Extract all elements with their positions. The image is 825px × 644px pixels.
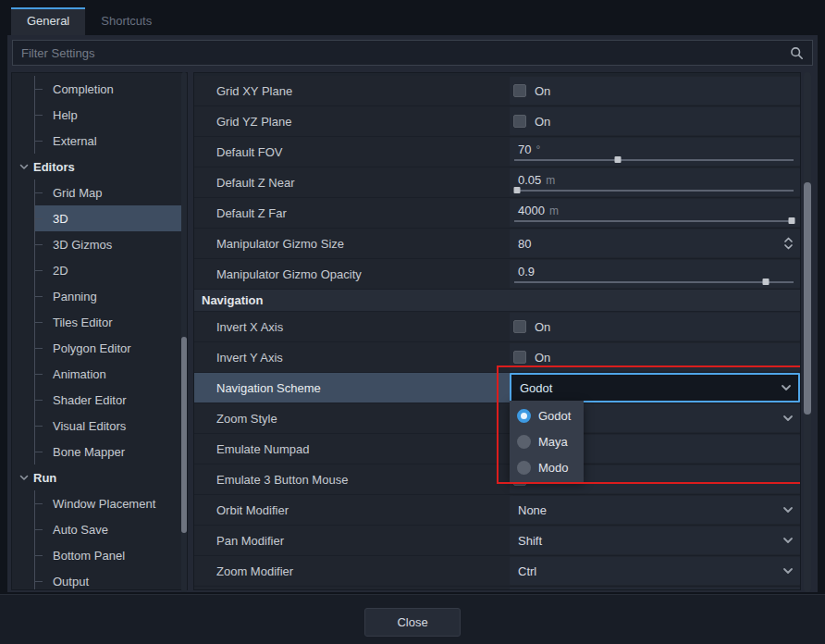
content-scrollbar-thumb[interactable] xyxy=(804,182,811,415)
checkbox-field[interactable]: On xyxy=(510,343,800,371)
setting-row: Emulate 3 Button Mouse On xyxy=(194,464,800,495)
tree-item[interactable]: Help xyxy=(35,102,187,128)
slider-track[interactable] xyxy=(514,159,794,161)
tree-item[interactable]: 3D xyxy=(35,205,187,231)
setting-row: Grid XY Plane On xyxy=(194,76,800,106)
tree-item-label: Help xyxy=(53,108,78,122)
checkbox-label: On xyxy=(535,84,550,98)
filter-settings-input[interactable] xyxy=(13,46,790,60)
close-button[interactable]: Close xyxy=(364,608,461,637)
dropdown-field[interactable]: Shift xyxy=(510,526,800,554)
tree-item[interactable]: Tiles Editor xyxy=(35,309,187,335)
tree-item[interactable]: External xyxy=(35,128,187,154)
dropdown-value: None xyxy=(518,503,547,517)
checkbox[interactable] xyxy=(513,84,526,97)
dropdown-field[interactable]: Godot xyxy=(510,373,800,402)
tree-item[interactable]: Bone Mapper xyxy=(35,439,187,464)
tree-item[interactable]: Polygon Editor xyxy=(35,335,187,361)
tree-item-label: Window Placement xyxy=(53,497,155,511)
tree-item[interactable]: Grid Map xyxy=(35,180,187,205)
tree-item[interactable]: Completion xyxy=(35,76,187,102)
setting-label: Navigation Scheme xyxy=(194,373,510,402)
setting-row: Default FOV 70 ° xyxy=(194,137,800,167)
slider-thumb[interactable] xyxy=(789,217,795,224)
tree-item-label: Tiles Editor xyxy=(53,316,113,329)
setting-row: Manipulator Gizmo Opacity 0.9 xyxy=(194,259,800,290)
slider-unit: ° xyxy=(536,143,540,156)
tree-item[interactable]: Output xyxy=(35,568,187,590)
sidebar-scrollbar-thumb[interactable] xyxy=(181,337,187,533)
checkbox[interactable] xyxy=(513,115,526,128)
setting-label: Emulate 3 Button Mouse xyxy=(194,464,510,494)
tree-item[interactable]: Bottom Panel xyxy=(35,542,187,568)
dropdown-field[interactable]: None xyxy=(510,496,800,524)
tree-item[interactable]: Visual Editors xyxy=(35,413,187,439)
setting-label: Invert Y Axis xyxy=(194,342,510,372)
setting-row: Zoom Style xyxy=(194,403,800,434)
checkbox-field[interactable]: On xyxy=(510,588,800,590)
tab-shortcuts[interactable]: Shortcuts xyxy=(85,7,167,35)
tree-item-label: Grid Map xyxy=(53,186,102,200)
tree-folder-label: Run xyxy=(33,471,56,485)
slider-unit: m xyxy=(546,174,555,187)
tree-item[interactable]: Animation xyxy=(35,361,187,387)
slider-value: 4000 xyxy=(518,204,545,217)
tree-item[interactable]: 3D Gizmos xyxy=(35,231,187,257)
tree-item-label: Polygon Editor xyxy=(53,341,131,355)
bottom-bar: Close xyxy=(0,594,825,644)
checkbox-label: On xyxy=(535,351,550,365)
settings-panel: Completion Help External Editors Grid Ma… xyxy=(7,35,818,592)
checkbox-field[interactable]: On xyxy=(510,107,800,135)
spinbox-field[interactable]: 80 xyxy=(510,229,800,257)
popup-option-label: Modo xyxy=(538,461,569,475)
slider-field[interactable]: 4000 m xyxy=(510,199,800,227)
slider-track[interactable] xyxy=(514,190,794,192)
tree-item-label: Bone Mapper xyxy=(53,445,125,459)
slider-field[interactable]: 0.9 xyxy=(510,260,800,288)
slider-field[interactable]: 70 ° xyxy=(510,138,800,166)
checkbox-field[interactable]: On xyxy=(510,77,800,105)
checkbox-field[interactable]: On xyxy=(510,313,800,341)
popup-option[interactable]: Godot xyxy=(510,402,584,428)
setting-row: Orbit Modifier None xyxy=(194,495,800,526)
popup-option-label: Maya xyxy=(538,435,568,449)
setting-label: Grid YZ Plane xyxy=(194,106,510,136)
tree-folder[interactable]: Run xyxy=(12,464,187,490)
slider-value: 70 xyxy=(518,142,531,156)
dropdown-field[interactable]: Ctrl xyxy=(510,557,800,585)
slider-thumb[interactable] xyxy=(514,187,521,193)
popup-option[interactable]: Maya xyxy=(510,428,584,454)
tree-item[interactable]: Window Placement xyxy=(35,490,187,516)
checkbox[interactable] xyxy=(513,351,526,364)
tree-item-label: Auto Save xyxy=(53,523,108,537)
tree-item-label: Bottom Panel xyxy=(53,549,125,563)
filter-bar xyxy=(12,40,813,66)
dropdown-value: Ctrl xyxy=(518,564,536,578)
tree-item[interactable]: Panning xyxy=(35,283,187,309)
slider-thumb[interactable] xyxy=(614,156,621,163)
tree-item[interactable]: 2D xyxy=(35,257,187,283)
setting-row: Zoom Modifier Ctrl xyxy=(194,556,800,587)
radio-icon xyxy=(517,461,531,475)
tree-item-label: External xyxy=(53,134,97,148)
slider-track[interactable] xyxy=(514,220,794,222)
checkbox[interactable] xyxy=(513,320,526,333)
updown-icon[interactable] xyxy=(783,236,794,251)
slider-field[interactable]: 0.05 m xyxy=(510,168,800,196)
tree-item-label: 3D Gizmos xyxy=(53,238,112,252)
tree-folder[interactable]: Editors xyxy=(12,154,187,180)
setting-label: Orbit Modifier xyxy=(194,495,510,525)
radio-icon xyxy=(517,435,531,449)
popup-option[interactable]: Modo xyxy=(510,454,584,480)
tree-item[interactable]: Shader Editor xyxy=(35,387,187,413)
slider-thumb[interactable] xyxy=(762,279,769,285)
popup-option-label: Godot xyxy=(538,409,571,423)
setting-row: Default Z Near 0.05 m xyxy=(194,167,800,198)
setting-label: Default FOV xyxy=(194,137,510,167)
settings-rows: Grid XY Plane On Grid YZ Plane On Defaul… xyxy=(194,76,800,590)
slider-track[interactable] xyxy=(514,281,794,283)
tree-item[interactable]: Auto Save xyxy=(35,516,187,542)
chevron-down-icon xyxy=(782,506,794,514)
tree-item-label: Shader Editor xyxy=(53,393,127,407)
tab-general[interactable]: General xyxy=(11,7,85,35)
